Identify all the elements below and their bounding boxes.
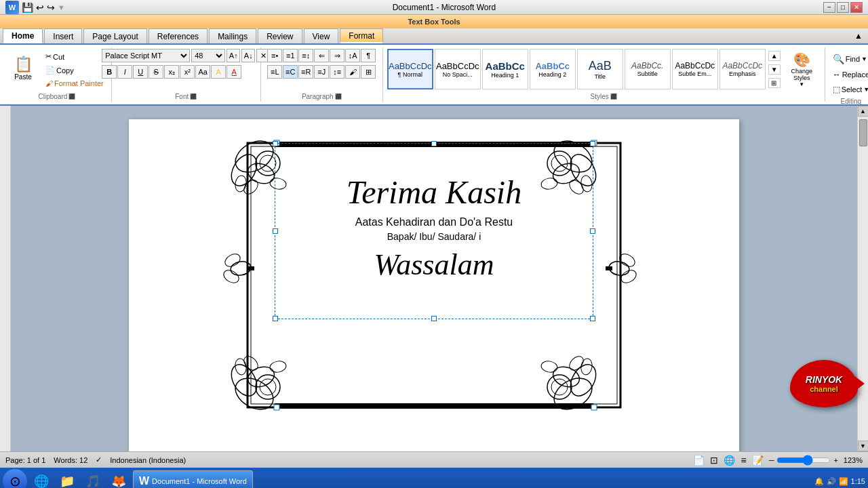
numbering-button[interactable]: ≡1 — [283, 49, 298, 62]
change-styles-button[interactable]: 🎨 Change Styles ▼ — [783, 49, 821, 89]
copy-button[interactable]: 📄 Copy — [42, 64, 107, 77]
increase-indent[interactable]: ⇒ — [330, 49, 344, 62]
scroll-thumb[interactable] — [859, 119, 867, 146]
superscript-button[interactable]: x² — [180, 65, 195, 79]
explorer-button[interactable]: 📁 — [56, 470, 79, 488]
scroll-up[interactable]: ▲ — [858, 106, 869, 117]
quick-save[interactable]: 💾 — [22, 2, 33, 13]
ribbon-collapse-button[interactable]: ▲ — [852, 28, 865, 43]
handle-br[interactable] — [590, 316, 595, 321]
tab-insert[interactable]: Insert — [44, 28, 82, 43]
subscript-button[interactable]: x₂ — [164, 65, 179, 79]
sort-button[interactable]: ↕A — [345, 49, 360, 62]
font-size-select[interactable]: 48 — [191, 49, 225, 62]
underline-button[interactable]: U — [133, 65, 148, 79]
minimize-button[interactable]: − — [823, 2, 835, 13]
multilevel-button[interactable]: ≡↕ — [298, 49, 313, 62]
notification-icon[interactable]: 🔔 — [814, 477, 824, 486]
select-button[interactable]: ⬚ Select ▼ — [829, 83, 868, 96]
quick-undo[interactable]: ↩ — [36, 2, 44, 13]
italic-button[interactable]: I — [117, 65, 132, 79]
tab-review[interactable]: Review — [258, 28, 302, 43]
tab-format[interactable]: Format — [340, 28, 383, 43]
svg-point-27 — [269, 360, 287, 373]
view-print[interactable]: 📄 — [693, 455, 705, 466]
proofing-icon[interactable]: ✓ — [96, 455, 102, 464]
bullets-button[interactable]: ≡• — [267, 49, 282, 62]
handle-ml[interactable] — [273, 228, 278, 234]
tab-mailings[interactable]: Mailings — [209, 28, 256, 43]
bold-button[interactable]: B — [102, 65, 117, 79]
font-label: Font ⬛ — [116, 93, 256, 100]
styles-more[interactable]: ⊞ — [768, 78, 781, 88]
handle-mr[interactable] — [590, 228, 595, 234]
show-marks[interactable]: ¶ — [361, 49, 376, 62]
increase-font-size[interactable]: A↑ — [226, 49, 240, 62]
view-fullscreen[interactable]: ⊡ — [710, 455, 718, 466]
style-subtitle[interactable]: AaBbCc. Subtitle — [625, 49, 671, 89]
line-spacing[interactable]: ↕≡ — [330, 65, 344, 79]
shading-button[interactable]: 🖌 — [345, 65, 360, 79]
style-title[interactable]: AaB Title — [577, 49, 623, 89]
replace-button[interactable]: ↔ Replace — [829, 68, 868, 81]
borders-button[interactable]: ⊞ — [361, 65, 376, 79]
handle-bm[interactable] — [431, 316, 437, 321]
font-group: Palace Script MT 48 A↑ A↓ ✕ B I U S — [112, 47, 261, 102]
align-center[interactable]: ≡C — [283, 65, 298, 79]
font-name-select[interactable]: Palace Script MT — [102, 49, 190, 62]
start-button[interactable]: ⊙ — [3, 469, 27, 488]
scroll-down[interactable]: ▼ — [858, 441, 869, 451]
style-subtle-em[interactable]: AaBbCcDc Subtle Em... — [672, 49, 718, 89]
handle-bl[interactable] — [273, 316, 278, 321]
change-case-button[interactable]: Aa — [195, 65, 210, 79]
language[interactable]: Indonesian (Indonesia) — [110, 456, 186, 464]
handle-tl[interactable] — [273, 141, 278, 146]
media-player-button[interactable]: 🎵 — [81, 470, 104, 488]
internet-explorer-button[interactable]: 🌐 — [30, 470, 53, 488]
justify[interactable]: ≡J — [314, 65, 329, 79]
handle-tr[interactable] — [590, 141, 595, 146]
view-web[interactable]: 🌐 — [724, 455, 735, 466]
view-draft[interactable]: 📝 — [752, 455, 764, 466]
zoom-range[interactable] — [776, 455, 831, 466]
style-emphasis[interactable]: AaBbCcDc Emphasis — [719, 49, 766, 89]
tab-page-layout[interactable]: Page Layout — [83, 28, 146, 43]
subtitle1[interactable]: Aatas Kehadiran dan Do'a Restu — [281, 216, 587, 228]
main-title[interactable]: Terima Kasih — [281, 174, 587, 211]
style-no-spacing[interactable]: AaBbCcDc No Spaci... — [435, 49, 481, 89]
paste-button[interactable]: 📋 Paste — [7, 49, 39, 87]
network-icon[interactable]: 📶 — [839, 477, 848, 486]
firefox-button[interactable]: 🦊 — [107, 470, 130, 488]
tab-home[interactable]: Home — [3, 28, 43, 43]
view-outline[interactable]: ≡ — [741, 455, 746, 466]
align-right[interactable]: ≡R — [298, 65, 313, 79]
find-button[interactable]: 🔍 Find ▼ — [829, 52, 868, 66]
subtitle2[interactable]: Bapak/ Ibu/ Saudara/ i — [281, 231, 587, 242]
styles-scroll-down[interactable]: ▼ — [768, 64, 781, 75]
zoom-slider[interactable]: ─ + — [769, 455, 838, 466]
highlight-button[interactable]: A — [211, 65, 226, 79]
document-scroll[interactable]: Terima Kasih Aatas Kehadiran dan Do'a Re… — [11, 106, 857, 451]
tab-references[interactable]: References — [149, 28, 208, 43]
styles-scroll-up[interactable]: ▲ — [768, 51, 781, 61]
cut-button[interactable]: ✂ Cut — [42, 50, 107, 63]
handle-tm[interactable] — [431, 141, 437, 146]
font-color-button[interactable]: A — [226, 65, 241, 79]
format-painter-button[interactable]: 🖌 Format Painter — [42, 77, 107, 89]
zoom-level[interactable]: 123% — [844, 456, 863, 464]
align-left[interactable]: ≡L — [267, 65, 282, 79]
decrease-font-size[interactable]: A↓ — [241, 49, 255, 62]
wassalam-text[interactable]: Wassalam — [281, 247, 587, 282]
style-normal[interactable]: AaBbCcDc ¶ Normal — [387, 49, 433, 89]
style-heading1[interactable]: AaBbCc Heading 1 — [482, 49, 528, 89]
tab-view[interactable]: View — [304, 28, 339, 43]
svg-point-37 — [229, 260, 252, 277]
decrease-indent[interactable]: ⇐ — [314, 49, 329, 62]
strikethrough-button[interactable]: S — [149, 65, 163, 79]
volume-icon[interactable]: 🔊 — [827, 477, 836, 486]
style-heading2[interactable]: AaBbCc Heading 2 — [530, 49, 576, 89]
word-taskbar-button[interactable]: W Document1 - Microsoft Word — [133, 470, 253, 488]
maximize-button[interactable]: □ — [837, 2, 849, 13]
close-button[interactable]: ✕ — [850, 2, 863, 13]
quick-redo[interactable]: ↪ — [47, 2, 55, 13]
